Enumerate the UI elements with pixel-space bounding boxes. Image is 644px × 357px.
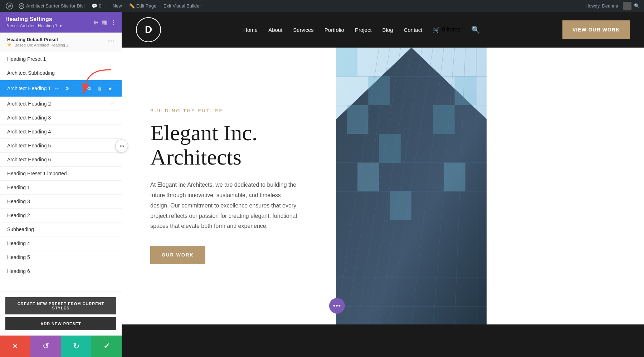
panel-resize-handle[interactable]: ⇔ <box>115 140 128 152</box>
preset-label-architect-subheading: Architect Subheading <box>7 70 55 76</box>
preset-label-architect-heading-2: Architect Heading 2 <box>7 101 51 107</box>
panel-subtitle[interactable]: Preset: Architect Heading 1 ▼ <box>5 23 62 28</box>
preset-item-subheading[interactable]: Subheading <box>0 222 122 236</box>
nav-portfolio[interactable]: Portfolio <box>325 27 344 33</box>
preset-item-architect-heading-4[interactable]: Architect Heading 4 <box>0 125 122 139</box>
svg-rect-23 <box>336 48 357 76</box>
comment-link[interactable]: 💬 0 <box>88 0 105 12</box>
svg-rect-30 <box>455 76 476 105</box>
redo-button[interactable]: ↻ <box>61 336 91 357</box>
preset-item-architect-heading-1[interactable]: Architect Heading 1 ✏ ⚙ ↑ ⧉ 🗑 ★ <box>0 80 122 97</box>
nav-blog[interactable]: Blog <box>382 27 393 33</box>
preset-chevron: ▼ <box>59 24 62 28</box>
nav-home[interactable]: Home <box>243 27 258 33</box>
save-button[interactable]: ✓ <box>91 336 122 357</box>
svg-rect-25 <box>347 105 368 134</box>
preset-item-heading-preset-1[interactable]: Heading Preset 1 <box>0 52 122 66</box>
panel-bottom-buttons: CREATE NEW PRESET FROM CURRENT STYLES AD… <box>0 292 122 336</box>
nav-contact[interactable]: Contact <box>404 27 423 33</box>
preset-label-heading-3: Heading 3 <box>7 199 30 204</box>
wordpress-icon: W <box>6 3 13 10</box>
copy-icon[interactable]: ⧉ <box>84 84 93 93</box>
edit-page-link[interactable]: ✏️ Edit Page <box>126 0 160 12</box>
hero-left: BUILDING THE FUTURE Elegant Inc. Archite… <box>122 48 336 324</box>
star-icon: ★ <box>7 42 11 48</box>
hero-subtitle: BUILDING THE FUTURE <box>150 108 315 113</box>
settings-icon[interactable]: ⚙ <box>63 84 72 93</box>
nav-project[interactable]: Project <box>355 27 372 33</box>
building-image <box>336 48 487 324</box>
howdy-text: Howdy, Deanna <box>585 3 621 9</box>
preset-label-architect-heading-5: Architect Heading 5 <box>7 143 51 148</box>
preset-item-architect-subheading[interactable]: Architect Subheading <box>0 66 122 80</box>
preset-item-heading-2[interactable]: Heading 2 <box>0 209 122 222</box>
website-background: D Home About Services Portfolio Project … <box>122 12 644 357</box>
admin-search-icon[interactable]: 🔍 <box>633 3 640 10</box>
hero-body: At Elegant Inc Architects, we are dedica… <box>150 180 301 231</box>
divi-panel: Heading Settings Preset: Architect Headi… <box>0 12 122 357</box>
double-arrow-icon: ⇔ <box>119 143 124 150</box>
user-avatar[interactable] <box>623 2 631 10</box>
default-preset-header: Heading Default Preset ⋯ ★ Based On: Arc… <box>0 33 122 52</box>
preset-item-heading-6[interactable]: Heading 6 <box>0 264 122 278</box>
preset-item-architect-heading-2[interactable]: Architect Heading 2 ☆ <box>0 97 122 111</box>
undo-icon: ↺ <box>43 342 49 351</box>
preset-item-architect-heading-6[interactable]: Architect Heading 6 <box>0 153 122 167</box>
undo-button[interactable]: ↺ <box>30 336 61 357</box>
svg-rect-28 <box>390 191 411 220</box>
panel-more-icon[interactable]: ⋮ <box>111 19 116 26</box>
default-preset-menu[interactable]: ⋯ <box>108 37 114 45</box>
wp-admin-bar: W W Architect Starter Site for Divi 💬 0 … <box>0 0 644 12</box>
preset-label-heading-1: Heading 1 <box>7 185 30 190</box>
preset-label: Preset: Architect Heading 1 <box>5 23 57 28</box>
view-work-button[interactable]: VIEW OUR WORK <box>562 20 630 39</box>
panel-icons: ⊕ ▦ ⋮ <box>93 19 116 26</box>
site-logo: D <box>136 17 161 42</box>
add-preset-button[interactable]: ADD NEW PRESET <box>5 317 116 330</box>
preset-item-heading-4[interactable]: Heading 4 <box>0 236 122 250</box>
admin-bar-right: Howdy, Deanna 🔍 <box>585 2 640 10</box>
wp-logo-icon[interactable]: W <box>4 0 15 12</box>
panel-footer: ✕ ↺ ↻ ✓ <box>0 336 122 357</box>
nav-services[interactable]: Services <box>293 27 314 33</box>
site-name-text: Architect Starter Site for Divi <box>26 3 84 9</box>
close-button[interactable]: ✕ <box>0 336 30 357</box>
preset-label-heading-preset-1: Heading Preset 1 <box>7 56 46 62</box>
svg-rect-29 <box>433 105 454 134</box>
nav-about[interactable]: About <box>268 27 282 33</box>
panel-grid-icon[interactable]: ▦ <box>102 19 107 26</box>
preset-item-architect-heading-3[interactable]: Architect Heading 3 <box>0 111 122 125</box>
our-work-button[interactable]: OUR WORK <box>150 246 205 264</box>
preset-item-heading-5[interactable]: Heading 5 <box>0 250 122 264</box>
preset-item-architect-heading-5[interactable]: Architect Heading 5 <box>0 139 122 153</box>
delete-icon[interactable]: 🗑 <box>95 84 104 93</box>
panel-target-icon[interactable]: ⊕ <box>93 19 98 26</box>
site-search-icon[interactable]: 🔍 <box>471 25 480 34</box>
edit-icon[interactable]: ✏ <box>52 84 61 93</box>
close-icon: ✕ <box>12 342 18 351</box>
svg-rect-31 <box>444 163 465 191</box>
preset-item-heading-preset-imported[interactable]: Heading Preset 1 imported <box>0 167 122 181</box>
exit-builder-link[interactable]: Exit Visual Builder <box>160 0 205 12</box>
hero-menu-button[interactable]: ••• <box>329 298 345 314</box>
create-preset-button[interactable]: CREATE NEW PRESET FROM CURRENT STYLES <box>5 297 116 314</box>
hero-section: BUILDING THE FUTURE Elegant Inc. Archite… <box>122 48 644 324</box>
default-preset-label: Heading Default Preset <box>7 37 58 42</box>
exit-builder-label: Exit Visual Builder <box>164 3 201 9</box>
preset-item-heading-1[interactable]: Heading 1 <box>0 181 122 195</box>
save-icon: ✓ <box>103 342 110 351</box>
star-outline-icon[interactable]: ☆ <box>110 101 114 107</box>
favorite-icon[interactable]: ★ <box>106 84 114 93</box>
edit-page-label: Edit Page <box>136 3 156 9</box>
upload-icon[interactable]: ↑ <box>74 84 82 93</box>
site-name-link[interactable]: W Architect Starter Site for Divi <box>15 0 88 12</box>
preset-label-heading-6: Heading 6 <box>7 268 30 274</box>
preset-list: Heading Default Preset ⋯ ★ Based On: Arc… <box>0 33 122 292</box>
cart-link[interactable]: 🛒 0 items <box>433 26 460 33</box>
new-link[interactable]: + New <box>105 0 126 12</box>
building-svg <box>336 48 487 324</box>
preset-item-heading-3[interactable]: Heading 3 <box>0 195 122 209</box>
preset-actions: ✏ ⚙ ↑ ⧉ 🗑 ★ <box>52 84 114 93</box>
based-on-text: ★ Based On: Architect Heading 2 <box>7 42 114 48</box>
comment-count: 0 <box>99 3 101 9</box>
